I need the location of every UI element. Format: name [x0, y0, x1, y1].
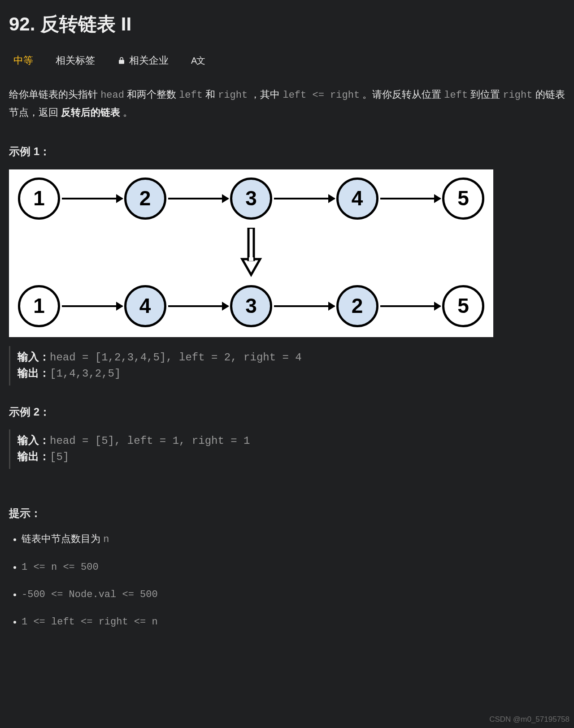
linked-list-node: 3	[230, 285, 272, 327]
linked-list-node: 4	[124, 285, 166, 327]
hint-item: 1 <= left <= right <= n	[22, 614, 565, 630]
translate-icon: A文	[191, 53, 205, 68]
arrow-icon	[274, 198, 335, 199]
tab-companies-label: 相关企业	[129, 52, 169, 68]
hint-item: 链表中节点数目为 n	[22, 531, 565, 547]
svg-marker-1	[242, 259, 260, 275]
example1-io: 输入：head = [1,2,3,4,5], left = 2, right =…	[9, 346, 565, 386]
linked-list-node: 2	[124, 178, 166, 220]
arrow-icon	[62, 198, 122, 199]
problem-description: 给你单链表的头指针 head 和两个整数 left 和 right ，其中 le…	[9, 86, 565, 121]
linked-list-node: 5	[442, 285, 484, 327]
arrow-icon	[380, 198, 441, 199]
example1-heading: 示例 1：	[9, 143, 565, 160]
linked-list-node: 2	[336, 285, 378, 327]
svg-rect-0	[248, 228, 254, 260]
linked-list-node: 1	[18, 285, 60, 327]
example1-diagram: 12345 14325	[9, 169, 493, 337]
lock-icon	[117, 56, 126, 65]
arrow-icon	[168, 198, 229, 199]
arrow-icon	[62, 305, 122, 307]
linked-list-node: 4	[336, 178, 378, 220]
svg-rect-2	[249, 257, 253, 261]
down-arrow-icon	[240, 228, 262, 277]
linked-list-node: 1	[18, 178, 60, 220]
tab-translate[interactable]: A文	[191, 53, 205, 68]
arrow-icon	[168, 305, 229, 307]
linked-list-node: 5	[442, 178, 484, 220]
hints-heading: 提示：	[9, 505, 565, 522]
tab-companies[interactable]: 相关企业	[117, 52, 169, 68]
hints-section: 提示： 链表中节点数目为 n1 <= n <= 500-500 <= Node.…	[9, 505, 565, 630]
arrow-icon	[274, 305, 335, 307]
hint-item: -500 <= Node.val <= 500	[22, 587, 565, 602]
arrow-icon	[380, 305, 441, 307]
tab-difficulty[interactable]: 中等	[13, 52, 33, 68]
linked-list-node: 3	[230, 178, 272, 220]
example2-io: 输入：head = [5], left = 1, right = 1 输出：[5…	[9, 429, 565, 469]
problem-title: 92. 反转链表 II	[9, 9, 565, 39]
tab-tags[interactable]: 相关标签	[56, 52, 95, 68]
hint-item: 1 <= n <= 500	[22, 559, 565, 575]
tab-bar: 中等 相关标签 相关企业 A文	[9, 52, 565, 68]
example2-heading: 示例 2：	[9, 403, 565, 420]
